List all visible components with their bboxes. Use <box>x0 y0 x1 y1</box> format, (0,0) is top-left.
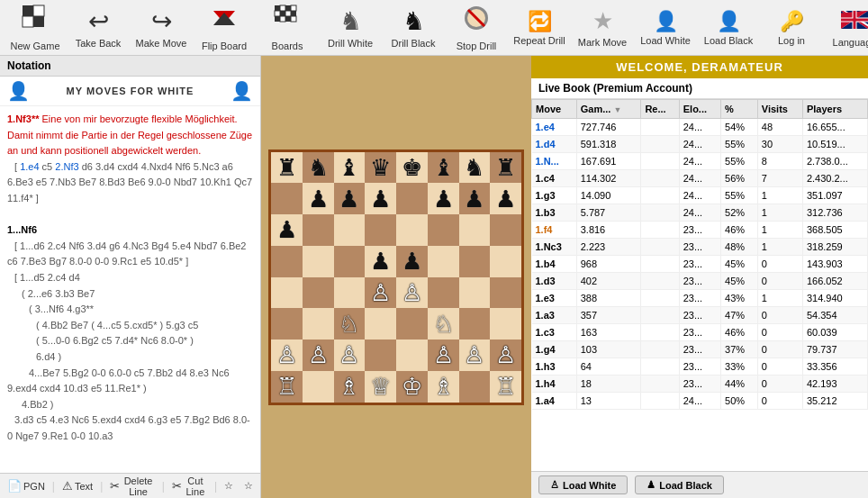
move-cell[interactable]: 1.c3 <box>532 324 577 341</box>
drill-white-button[interactable]: ♞ Drill White <box>319 2 382 54</box>
boards-button[interactable]: Boards <box>256 2 319 54</box>
table-row[interactable]: 1.e3 388 23... 43% 1 314.940 <box>532 290 868 307</box>
table-row[interactable]: 1.d3 402 23... 45% 0 166.052 <box>532 273 868 290</box>
language-button[interactable]: Language <box>823 2 868 54</box>
square-e4[interactable]: ♙ <box>396 277 428 309</box>
table-row[interactable]: 1.a3 357 23... 47% 0 54.354 <box>532 307 868 324</box>
table-row[interactable]: 1.f4 3.816 23... 46% 1 368.505 <box>532 222 868 239</box>
move-cell[interactable]: 1.N... <box>532 153 577 170</box>
table-row[interactable]: 1.b4 968 23... 45% 0 143.903 <box>532 256 868 273</box>
square-b5[interactable] <box>303 246 334 277</box>
square-d2[interactable] <box>365 340 396 371</box>
square-g7[interactable]: ♟ <box>459 183 491 214</box>
col-move[interactable]: Move <box>532 100 577 119</box>
move-link[interactable]: 2.Nf3 <box>55 161 78 172</box>
table-row[interactable]: 1.a4 13 24... 50% 0 35.212 <box>532 393 868 410</box>
square-e3[interactable] <box>396 308 428 340</box>
square-c1[interactable]: ♗ <box>334 371 366 403</box>
square-h3[interactable] <box>490 308 521 340</box>
square-g4[interactable] <box>459 277 491 309</box>
table-row[interactable]: 1.c3 163 23... 46% 0 60.039 <box>532 324 868 341</box>
square-d1[interactable]: ♕ <box>365 371 396 403</box>
col-players[interactable]: Players <box>802 100 867 119</box>
square-h8[interactable]: ♜ <box>490 152 521 184</box>
move-cell[interactable]: 1.b3 <box>532 204 577 222</box>
square-c2[interactable]: ♙ <box>334 340 366 371</box>
square-e2[interactable] <box>396 340 428 371</box>
footer-load-white-button[interactable]: ♙ Load White <box>538 475 628 494</box>
square-b3[interactable] <box>303 308 334 340</box>
square-f2[interactable]: ♙ <box>428 340 459 371</box>
move-cell[interactable]: 1.c4 <box>532 170 577 187</box>
table-row[interactable]: 1.e4 727.746 24... 54% 48 16.655... <box>532 119 868 136</box>
table-row[interactable]: 1.d4 591.318 24... 55% 30 10.519... <box>532 136 868 153</box>
table-row[interactable]: 1.h4 18 23... 44% 0 42.193 <box>532 376 868 393</box>
move-cell[interactable]: 1.b4 <box>532 256 577 273</box>
footer-load-black-button[interactable]: ♟ Load Black <box>635 475 724 494</box>
col-visits[interactable]: Visits <box>757 100 802 119</box>
load-white-button[interactable]: 👤 Load White <box>634 2 697 54</box>
square-d8[interactable]: ♛ <box>365 152 396 184</box>
square-d7[interactable]: ♟ <box>365 183 396 214</box>
log-in-button[interactable]: 🔑 Log in <box>760 2 823 54</box>
square-e6[interactable] <box>396 214 428 246</box>
square-e8[interactable]: ♚ <box>396 152 428 184</box>
square-b4[interactable] <box>303 277 334 309</box>
square-d4[interactable]: ♙ <box>365 277 396 309</box>
move-cell[interactable]: 1.g4 <box>532 341 577 358</box>
square-a5[interactable] <box>271 246 303 277</box>
table-row[interactable]: 1.c4 114.302 24... 56% 7 2.430.2... <box>532 170 868 187</box>
square-d5[interactable]: ♟ <box>365 246 396 277</box>
square-f4[interactable] <box>428 277 459 309</box>
load-black-button[interactable]: 👤 Load Black <box>697 2 760 54</box>
cut-line-button[interactable]: ✂ Cut Line <box>168 474 211 499</box>
square-f1[interactable]: ♗ <box>428 371 459 403</box>
move-cell[interactable]: 1.e3 <box>532 290 577 307</box>
square-g2[interactable]: ♙ <box>459 340 491 371</box>
square-c3[interactable]: ♘ <box>334 308 366 340</box>
make-move-button[interactable]: ↪ Make Move <box>130 2 193 54</box>
square-b7[interactable]: ♟ <box>303 183 334 214</box>
move-cell[interactable]: 1.d4 <box>532 136 577 153</box>
square-g3[interactable] <box>459 308 491 340</box>
table-row[interactable]: 1.g3 14.090 24... 55% 1 351.097 <box>532 187 868 204</box>
square-h4[interactable] <box>490 277 521 309</box>
star2-button[interactable]: ☆ <box>240 478 257 493</box>
pgn-button[interactable]: 📄 PGN <box>4 477 49 494</box>
move-link[interactable]: 1.e4 <box>20 161 39 172</box>
star1-button[interactable]: ☆ <box>221 478 237 493</box>
move-cell[interactable]: 1.h4 <box>532 376 577 393</box>
delete-line-button[interactable]: ✂ Delete Line <box>106 474 158 499</box>
square-g6[interactable] <box>459 214 491 246</box>
square-c7[interactable]: ♟ <box>334 183 366 214</box>
table-row[interactable]: 1.b3 5.787 24... 52% 1 312.736 <box>532 204 868 222</box>
notation-content[interactable]: 1.Nf3** Eine von mir bevorzugte flexible… <box>0 106 260 473</box>
mark-move-button[interactable]: ★ Mark Move <box>571 2 634 54</box>
square-c4[interactable] <box>334 277 366 309</box>
move-cell[interactable]: 1.f4 <box>532 222 577 239</box>
text-button[interactable]: ⚠ Text <box>59 477 96 494</box>
square-d6[interactable] <box>365 214 396 246</box>
square-f3[interactable]: ♘ <box>428 308 459 340</box>
col-pct[interactable]: % <box>721 100 758 119</box>
square-c5[interactable] <box>334 246 366 277</box>
square-e5[interactable]: ♟ <box>396 246 428 277</box>
square-b2[interactable]: ♙ <box>303 340 334 371</box>
col-elo[interactable]: Elo... <box>679 100 720 119</box>
col-games[interactable]: Gam... ▼ <box>576 100 641 119</box>
square-g5[interactable] <box>459 246 491 277</box>
table-row[interactable]: 1.h3 64 23... 33% 0 33.356 <box>532 358 868 376</box>
square-b6[interactable] <box>303 214 334 246</box>
move-cell[interactable]: 1.g3 <box>532 187 577 204</box>
square-g8[interactable]: ♞ <box>459 152 491 184</box>
square-e7[interactable] <box>396 183 428 214</box>
square-f6[interactable] <box>428 214 459 246</box>
chess-board[interactable]: ♜♞♝♛♚♝♞♜♟♟♟♟♟♟♟♟♟♙♙♘♘♙♙♙♙♙♙♖♗♕♔♗♖ <box>268 149 524 405</box>
square-h7[interactable]: ♟ <box>490 183 521 214</box>
move-cell[interactable]: 1.d3 <box>532 273 577 290</box>
square-a6[interactable]: ♟ <box>271 214 303 246</box>
square-g1[interactable] <box>459 371 491 403</box>
square-c6[interactable] <box>334 214 366 246</box>
repeat-drill-button[interactable]: 🔁 Repeat Drill <box>508 2 571 54</box>
square-a7[interactable] <box>271 183 303 214</box>
